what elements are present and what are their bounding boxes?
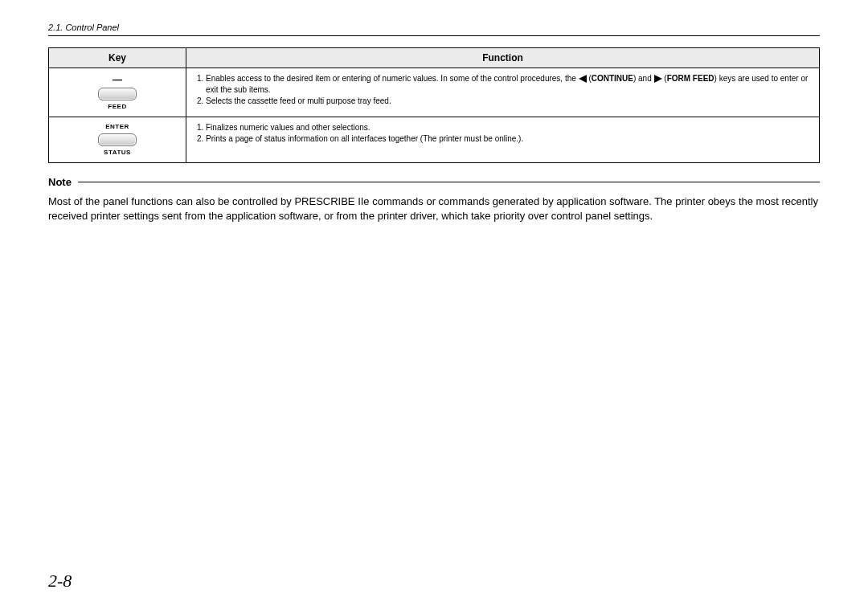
col-header-key: Key [49,48,186,68]
table-row: — FEED Enables access to the desired ite… [49,68,820,117]
func-item: Prints a page of status information on a… [206,133,811,145]
svg-marker-0 [579,75,587,83]
key-function-table: Key Function — FEED Enables access to th… [48,47,820,163]
func-item: Enables access to the desired item or en… [206,73,811,95]
manual-page: 2.1. Control Panel Key Function — FEED [0,0,868,614]
header-rule [48,35,820,36]
func-item: Finalizes numeric values and other selec… [206,122,811,133]
svg-marker-1 [654,75,662,83]
col-header-function: Function [186,48,820,68]
function-cell-enter: Finalizes numeric values and other selec… [186,117,820,162]
key-cell-feed: — FEED [49,68,186,117]
table-row: ENTER STATUS Finalizes numeric values an… [49,117,820,162]
note-body: Most of the panel functions can also be … [48,194,820,223]
continue-label: CONTINUE [592,74,633,83]
running-header: 2.1. Control Panel [48,23,820,32]
key-top-symbol: — [113,73,122,86]
key-label-enter: ENTER [105,123,129,132]
key-cell-enter: ENTER STATUS [49,117,186,162]
triangle-left-icon [579,75,587,83]
func-text: ) and [633,74,654,83]
key-button-icon [98,88,137,100]
function-cell-feed: Enables access to the desired item or en… [186,68,820,117]
func-text: Enables access to the desired item or en… [206,74,579,83]
note-label: Note [48,176,72,188]
triangle-right-icon [654,75,662,83]
note-rule [78,182,820,182]
note-heading-row: Note [48,176,820,188]
key-label-feed: FEED [108,103,126,112]
formfeed-label: FORM FEED [667,74,714,83]
key-label-status: STATUS [104,149,131,158]
key-button-icon [98,133,137,146]
page-number: 2-8 [48,571,72,591]
func-item: Selects the cassette feed or multi purpo… [206,96,811,107]
